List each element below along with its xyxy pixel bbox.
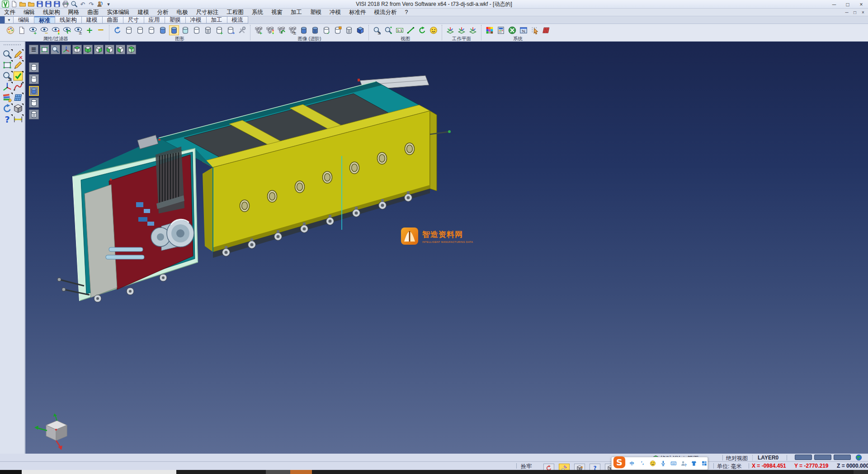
cylinder-cyan[interactable] bbox=[180, 25, 190, 35]
tab-4[interactable]: 建模 bbox=[82, 16, 103, 24]
new-page[interactable] bbox=[10, 0, 18, 8]
menu-item-7[interactable]: 建模 bbox=[134, 9, 153, 16]
cylinder-move-arrow[interactable]: → bbox=[226, 25, 236, 35]
settings-calculator[interactable] bbox=[496, 25, 506, 35]
skin-shirt[interactable] bbox=[691, 460, 697, 467]
tab-11[interactable]: 模流 bbox=[227, 16, 248, 24]
menu-item-18[interactable]: 模流分析 bbox=[370, 9, 401, 16]
solid-cube[interactable] bbox=[13, 104, 23, 114]
maximize-button[interactable]: □ bbox=[841, 0, 854, 9]
zoom-one-to-one[interactable]: 1:1 bbox=[395, 25, 405, 35]
cylinder-blue[interactable] bbox=[158, 25, 168, 35]
attr-copy-page[interactable] bbox=[17, 25, 27, 35]
windows-taskbar[interactable] bbox=[0, 470, 868, 474]
voice-mic[interactable] bbox=[660, 460, 666, 467]
move-axes[interactable] bbox=[2, 82, 12, 92]
cylinder-white-a[interactable] bbox=[124, 25, 134, 35]
cylinder-mesh[interactable] bbox=[344, 25, 354, 35]
menu-item-8[interactable]: 分析 bbox=[153, 9, 173, 16]
menu-item-4[interactable]: 网格 bbox=[64, 9, 84, 16]
menu-item-17[interactable]: 标准件 bbox=[345, 9, 370, 16]
status-indicator-button-1[interactable] bbox=[795, 455, 812, 460]
refresh-view[interactable] bbox=[2, 104, 12, 114]
menu-item-12[interactable]: 系统 bbox=[248, 9, 267, 16]
eye-traffic[interactable] bbox=[51, 25, 61, 35]
print-printer[interactable] bbox=[62, 0, 69, 8]
eye-hide-remove[interactable]: − bbox=[39, 25, 49, 35]
menu-item-15[interactable]: 塑模 bbox=[306, 9, 326, 16]
quick-show-plus[interactable]: + bbox=[85, 25, 94, 35]
menu-item-13[interactable]: 视窗 bbox=[267, 9, 287, 16]
cylinder-white-b[interactable] bbox=[135, 25, 145, 35]
cylinder-white-c[interactable] bbox=[146, 25, 156, 35]
view-mode-status[interactable]: 绝对视图 bbox=[726, 455, 748, 462]
zoom-plusminus[interactable]: ± bbox=[372, 25, 382, 35]
open-folder[interactable] bbox=[19, 0, 26, 8]
doc-minimize-button[interactable]: ─ bbox=[843, 9, 851, 16]
measure-distance[interactable] bbox=[13, 114, 23, 124]
zoom-options[interactable]: ± bbox=[2, 71, 12, 81]
eye-plusminus[interactable]: ± bbox=[73, 25, 83, 35]
doc-close-button[interactable]: × bbox=[859, 9, 867, 16]
active-layer-status[interactable]: LAYER0 bbox=[758, 455, 778, 461]
more-dropdown[interactable]: ▾ bbox=[105, 0, 112, 8]
open-import[interactable] bbox=[28, 0, 35, 8]
menu-item-1[interactable]: 文件 bbox=[0, 9, 19, 16]
cylinder-blue-active[interactable] bbox=[169, 25, 179, 35]
menu-item-9[interactable]: 电极 bbox=[173, 9, 192, 16]
menu-item-5[interactable]: 曲面 bbox=[84, 9, 103, 16]
globe-icon[interactable] bbox=[855, 454, 862, 461]
visi-logo[interactable] bbox=[2, 0, 9, 8]
shaded-cube[interactable] bbox=[355, 25, 365, 35]
snap-lock-label[interactable]: 拴牢 bbox=[521, 463, 532, 470]
pick-hand[interactable] bbox=[530, 25, 540, 35]
cylinder-copy-add[interactable]: + bbox=[214, 25, 224, 35]
menu-item-6[interactable]: 实体编辑 bbox=[103, 9, 134, 16]
sogou-logo[interactable]: S bbox=[613, 456, 626, 469]
solids-show-add[interactable]: + bbox=[254, 25, 264, 35]
menu-item-3[interactable]: 线架构 bbox=[39, 9, 64, 16]
quick-hide-minus[interactable]: − bbox=[96, 25, 106, 35]
tab-9[interactable]: 冲模 bbox=[186, 16, 207, 24]
menu-item-11[interactable]: 工程图 bbox=[223, 9, 248, 16]
tab-10[interactable]: 加工 bbox=[207, 16, 227, 24]
punctuation-mode[interactable]: ’, bbox=[639, 460, 646, 467]
tab-6[interactable]: 尺寸 bbox=[123, 16, 144, 24]
close-button[interactable]: × bbox=[854, 0, 868, 9]
cylinder-solid-blue[interactable] bbox=[299, 25, 309, 35]
tab-8[interactable]: 塑膜 bbox=[165, 16, 186, 24]
zoom-search[interactable] bbox=[2, 49, 12, 59]
undo-arrow[interactable]: ↶ bbox=[79, 0, 86, 8]
emoji-face[interactable] bbox=[650, 460, 656, 467]
keyboard-soft[interactable] bbox=[670, 460, 677, 467]
minimize-button[interactable]: ─ bbox=[827, 0, 841, 9]
workplane-standard[interactable] bbox=[445, 25, 455, 35]
solids-plusminus[interactable]: ± bbox=[288, 25, 297, 35]
tab-2[interactable]: 标准 bbox=[34, 16, 55, 24]
saveas-floppy[interactable] bbox=[45, 0, 52, 8]
tab-dropdown-button[interactable]: ▾ bbox=[5, 16, 14, 24]
solids-refresh[interactable] bbox=[276, 25, 286, 35]
zoom-extents[interactable] bbox=[383, 25, 393, 35]
menu-item-16[interactable]: 冲模 bbox=[326, 9, 345, 16]
menu-item-2[interactable]: 编辑 bbox=[19, 9, 39, 16]
eye-refresh[interactable] bbox=[62, 25, 72, 35]
smiley-render[interactable] bbox=[429, 25, 439, 35]
viewport-3d[interactable]: ≡ bbox=[25, 42, 868, 454]
attr-palette[interactable] bbox=[5, 25, 15, 35]
macro-stamp[interactable] bbox=[96, 0, 104, 8]
workplane-dynamic[interactable] bbox=[468, 25, 478, 35]
menu-item-14[interactable]: 加工 bbox=[287, 9, 306, 16]
grid-plane-red[interactable] bbox=[541, 25, 551, 35]
cylinder-clip[interactable] bbox=[333, 25, 343, 35]
workplane-align[interactable] bbox=[457, 25, 467, 35]
shade-tools[interactable] bbox=[237, 25, 247, 35]
tab-5[interactable]: 曲面 bbox=[103, 16, 123, 24]
tab-3[interactable]: 线架构 bbox=[55, 16, 82, 24]
cylinder-check[interactable]: ✓ bbox=[321, 25, 331, 35]
window-config[interactable] bbox=[519, 25, 528, 35]
redo-arrow[interactable]: ↷ bbox=[88, 0, 95, 8]
solids-traffic[interactable] bbox=[265, 25, 275, 35]
chinese-mode[interactable]: 中 bbox=[629, 460, 635, 467]
rect-select[interactable] bbox=[2, 60, 12, 70]
